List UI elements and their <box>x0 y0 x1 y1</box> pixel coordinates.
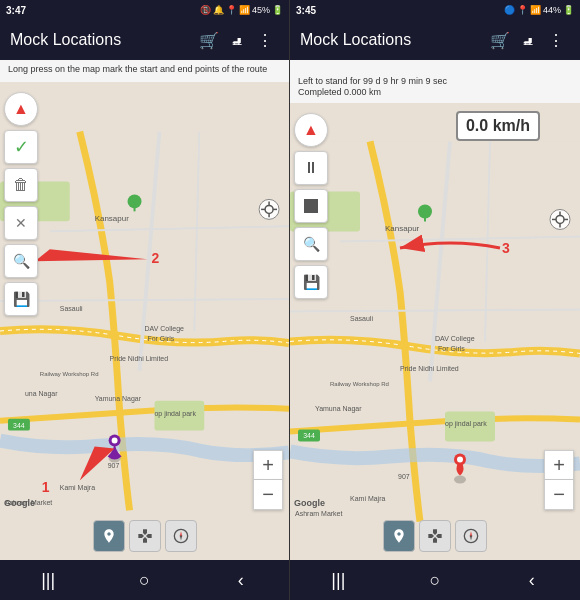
right-compass-mode-btn[interactable] <box>455 520 487 552</box>
speed-value: 0.0 km/h <box>466 117 530 134</box>
right-info-text: Left to stand for 99 d 9 hr 9 min 9 sec … <box>298 76 447 98</box>
left-menu-btn[interactable]: ||| <box>23 570 73 591</box>
volume-icon: 🔔 <box>213 5 224 15</box>
left-back-btn[interactable]: ‹ <box>216 570 266 591</box>
right-zoom-controls: + − <box>544 450 574 510</box>
left-info-text: Long press on the map mark the start and… <box>8 64 267 74</box>
stop-icon <box>304 199 318 213</box>
right-time: 3:45 <box>296 5 316 16</box>
left-home-btn[interactable]: ○ <box>119 570 169 591</box>
delete-btn[interactable]: 🗑 <box>4 168 38 202</box>
save-icon: 💾 <box>13 291 30 307</box>
right-menu-btn[interactable]: ||| <box>313 570 363 591</box>
svg-text:DAV College: DAV College <box>145 325 185 333</box>
trash-icon: 🗑 <box>13 176 29 194</box>
right-compass-icon: ▲ <box>303 121 319 139</box>
left-app-title: Mock Locations <box>10 31 195 49</box>
right-zoom-out-btn[interactable]: − <box>544 480 574 510</box>
left-zoom-controls: + − <box>253 450 283 510</box>
search-icon: 🔍 <box>13 253 30 269</box>
check-icon: ✓ <box>14 136 29 158</box>
right-save-btn[interactable]: 💾 <box>294 265 328 299</box>
left-zoom-in-btn[interactable]: + <box>253 450 283 480</box>
left-cart-icon[interactable]: 🛒 <box>195 26 223 54</box>
search-btn[interactable]: 🔍 <box>4 244 38 278</box>
svg-text:Kami Majra: Kami Majra <box>60 484 95 492</box>
right-stop-btn[interactable] <box>294 189 328 223</box>
compass-icon: ▲ <box>13 100 29 118</box>
right-google-label: Google <box>294 498 325 508</box>
right-app-title: Mock Locations <box>300 31 486 49</box>
check-btn[interactable]: ✓ <box>4 130 38 164</box>
svg-text:Yamuna Nagar: Yamuna Nagar <box>95 395 142 403</box>
right-route-icon[interactable]: ⛸ <box>514 26 542 54</box>
right-home-btn[interactable]: ○ <box>410 570 460 591</box>
left-map[interactable]: Kansapur Sasauli Railway Workshop Rd DAV… <box>0 82 289 560</box>
left-panel-buttons: ▲ ✓ 🗑 ✕ 🔍 💾 <box>4 92 38 316</box>
right-app-bar: Mock Locations 🛒 ⛸ ⋮ <box>290 20 580 60</box>
left-bottom-icons <box>93 520 197 552</box>
svg-text:For Girls: For Girls <box>147 335 174 342</box>
close-icon: ✕ <box>15 215 27 231</box>
left-status-icons: 📵 🔔 📍 📶 45% 🔋 <box>200 5 283 15</box>
left-time: 3:47 <box>6 5 26 16</box>
save-btn[interactable]: 💾 <box>4 282 38 316</box>
pause-icon: ⏸ <box>303 159 319 177</box>
right-battery-icon: 🔋 <box>563 5 574 15</box>
svg-text:Kami Majra: Kami Majra <box>350 496 386 504</box>
svg-text:907: 907 <box>108 462 120 469</box>
svg-text:Pride Nidhi Limited: Pride Nidhi Limited <box>400 366 459 373</box>
right-info-bar: Left to stand for 99 d 9 hr 9 min 9 sec … <box>290 60 580 103</box>
svg-text:Railway Workshop Rd: Railway Workshop Rd <box>40 371 99 377</box>
right-nav-bar: ||| ○ ‹ <box>290 560 580 600</box>
right-screen: 3:45 🔵 📍 📶 44% 🔋 Mock Locations 🛒 ⛸ ⋮ Le… <box>290 0 580 600</box>
right-zoom-in-btn[interactable]: + <box>544 450 574 480</box>
right-panel-buttons: ▲ ⏸ 🔍 💾 <box>294 113 328 299</box>
right-battery-text: 44% <box>543 5 561 15</box>
right-more-icon[interactable]: ⋮ <box>542 26 570 54</box>
svg-text:Kansapur: Kansapur <box>385 225 420 234</box>
left-compass-mode-btn[interactable] <box>165 520 197 552</box>
right-status-bar: 3:45 🔵 📍 📶 44% 🔋 <box>290 0 580 20</box>
battery-text: 45% <box>252 5 270 15</box>
right-map[interactable]: Kansapur Sasauli Railway Workshop Rd DAV… <box>290 103 580 560</box>
wifi-icon: 📵 <box>200 5 211 15</box>
left-route-icon[interactable]: ⛸ <box>223 26 251 54</box>
right-save-icon: 💾 <box>303 274 320 290</box>
svg-text:Ashram Market: Ashram Market <box>295 511 343 518</box>
left-google-label: Google <box>4 498 35 508</box>
compass-btn[interactable]: ▲ <box>4 92 38 126</box>
left-status-bar: 3:47 📵 🔔 📍 📶 45% 🔋 <box>0 0 289 20</box>
svg-text:907: 907 <box>398 474 410 481</box>
right-search-icon: 🔍 <box>303 236 320 252</box>
right-compass-btn[interactable]: ▲ <box>294 113 328 147</box>
left-game-btn[interactable] <box>129 520 161 552</box>
right-bottom-icons <box>383 520 487 552</box>
svg-text:una Nagar: una Nagar <box>25 390 58 398</box>
right-status-icons: 🔵 📍 📶 44% 🔋 <box>504 5 574 15</box>
right-back-btn[interactable]: ‹ <box>507 570 557 591</box>
svg-text:DAV College: DAV College <box>435 336 475 344</box>
left-app-bar: Mock Locations 🛒 ⛸ ⋮ <box>0 20 289 60</box>
right-search-btn[interactable]: 🔍 <box>294 227 328 261</box>
close-btn[interactable]: ✕ <box>4 206 38 240</box>
location-icon: 📍 <box>226 5 237 15</box>
left-location-mode-btn[interactable] <box>93 520 125 552</box>
left-nav-bar: ||| ○ ‹ <box>0 560 289 600</box>
right-cart-icon[interactable]: 🛒 <box>486 26 514 54</box>
svg-text:For Girls: For Girls <box>438 346 465 353</box>
left-zoom-out-btn[interactable]: − <box>253 480 283 510</box>
right-pause-btn[interactable]: ⏸ <box>294 151 328 185</box>
right-game-btn[interactable] <box>419 520 451 552</box>
svg-text:Sasauli: Sasauli <box>60 305 83 312</box>
right-notification-icon: 🔵 <box>504 5 515 15</box>
left-more-icon[interactable]: ⋮ <box>251 26 279 54</box>
svg-text:op jindal park: op jindal park <box>445 421 487 429</box>
right-location-mode-btn[interactable] <box>383 520 415 552</box>
svg-text:Kansapur: Kansapur <box>95 214 129 223</box>
svg-text:Railway Workshop Rd: Railway Workshop Rd <box>330 382 389 388</box>
svg-text:op jindal park: op jindal park <box>154 410 196 418</box>
left-info-bar: Long press on the map mark the start and… <box>0 60 289 82</box>
signal-icon: 📶 <box>239 5 250 15</box>
right-location-icon: 📍 <box>517 5 528 15</box>
